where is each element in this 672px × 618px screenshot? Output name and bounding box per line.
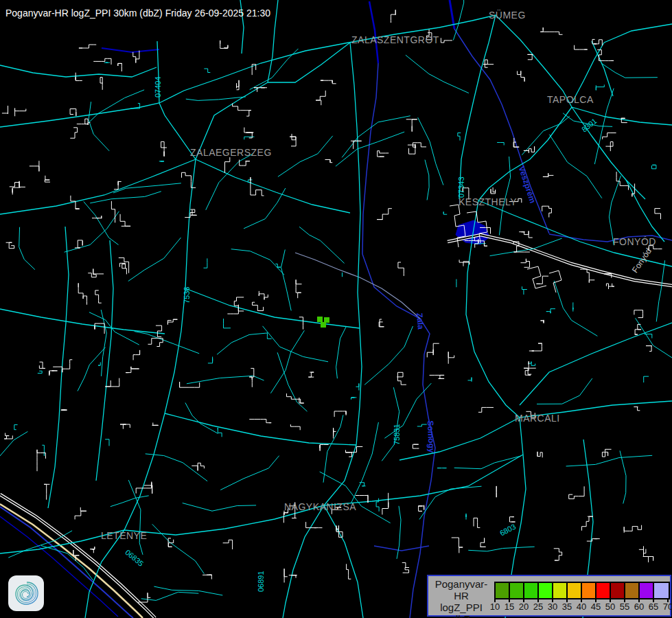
legend-tick-label: 70 bbox=[663, 602, 672, 612]
legend-tick-label: 25 bbox=[533, 602, 543, 612]
town-label-fonyod: FONYÓD bbox=[613, 236, 656, 247]
town-label-marcali: MARCALI bbox=[515, 413, 560, 424]
road-label-06891: 06891 bbox=[257, 571, 265, 592]
road-label-7536: 7536 bbox=[183, 287, 191, 304]
legend-tick-label: 20 bbox=[519, 602, 529, 612]
town-label-tapolca: TAPOLCA bbox=[547, 94, 594, 105]
road-label-75831: 75831 bbox=[393, 424, 401, 445]
legend-color-cell bbox=[611, 583, 625, 598]
radar-echo-pixel bbox=[321, 322, 326, 328]
railway-lines bbox=[0, 235, 672, 618]
radar-screen: Poganyvar-HR logZ_PPI 30km (dbZ) Friday … bbox=[0, 0, 672, 618]
legend-color-cell bbox=[654, 583, 669, 598]
river-label-zala: Zala bbox=[415, 312, 426, 330]
hungaromet-logo bbox=[8, 575, 44, 611]
legend-title-line1: Poganyvar-HR bbox=[430, 578, 493, 602]
legend-tick-label: 55 bbox=[620, 602, 629, 612]
county-label-somogy: Somogy bbox=[426, 420, 437, 453]
legend-tick-label: 60 bbox=[634, 602, 644, 612]
legend-color-cell bbox=[640, 583, 654, 598]
hungaromet-spiral-icon bbox=[12, 580, 40, 607]
legend-color-cell bbox=[524, 583, 539, 598]
legend-color-cell bbox=[510, 583, 524, 598]
town-label-zalaszentgrot: ZALASZENTGRÓT bbox=[351, 34, 439, 45]
legend-title-line2: logZ_PPI bbox=[430, 602, 493, 613]
legend-color-cell bbox=[625, 583, 640, 598]
road-label-07404: 07404 bbox=[154, 76, 162, 98]
legend-color-cell bbox=[596, 583, 611, 598]
legend-tick-label: 30 bbox=[548, 602, 557, 612]
legend-tick-label: 40 bbox=[577, 602, 586, 612]
legend-tick-label: 50 bbox=[605, 602, 615, 612]
legend-color-cell bbox=[496, 583, 510, 598]
river-lines bbox=[0, 0, 549, 618]
legend-color-cell bbox=[553, 583, 568, 598]
legend-color-bar bbox=[494, 582, 670, 599]
town-label-zalaegerszeg: ZALAEGERSZEG bbox=[190, 147, 272, 158]
legend-color-cell bbox=[568, 583, 582, 598]
town-label-nagykanizsa: NAGYKANIZSA bbox=[284, 501, 356, 512]
road-label-07343: 07343 bbox=[457, 176, 465, 198]
legend-tick-label: 10 bbox=[490, 602, 500, 612]
legend-color-cell bbox=[539, 583, 553, 598]
radar-echo-pixel bbox=[317, 317, 323, 322]
town-label-keszthely: KESZTHELY bbox=[459, 196, 517, 207]
radar-title: Poganyvar-HR logZ_PPI 30km (dbZ) Friday … bbox=[5, 8, 270, 19]
town-label-sumeg: SÜMEG bbox=[489, 10, 526, 21]
town-label-letenye: LETENYE bbox=[101, 530, 147, 541]
legend-tick-label: 65 bbox=[649, 602, 658, 612]
legend-tick-label: 15 bbox=[505, 602, 514, 612]
legend-tick-label: 35 bbox=[562, 602, 572, 612]
road-lines bbox=[0, 0, 672, 618]
legend-panel: Poganyvar-HR logZ_PPI dbZ bbox=[427, 575, 671, 617]
map-canvas bbox=[0, 0, 672, 618]
legend-tick-label: 45 bbox=[591, 602, 601, 612]
legend-color-cell bbox=[582, 583, 596, 598]
legend-title-line3: dbZ bbox=[430, 613, 493, 618]
legend-title: Poganyvar-HR logZ_PPI dbZ bbox=[430, 578, 493, 618]
